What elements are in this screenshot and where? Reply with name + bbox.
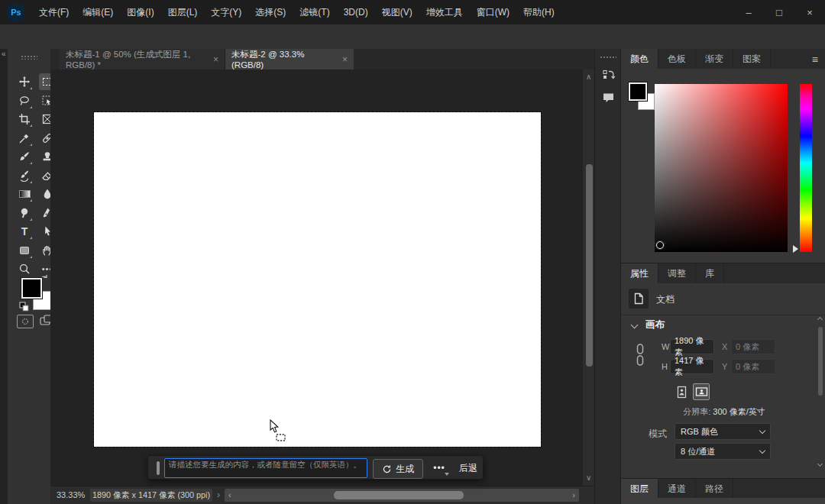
section-chevron-icon[interactable] [631, 321, 639, 329]
h-label: H [662, 362, 668, 371]
document-dimensions[interactable]: 1890 像素 x 1417 像素 (300 ppi) [90, 489, 212, 502]
generative-prompt-input[interactable] [164, 458, 367, 478]
menu-plugins[interactable]: 增效工具 [419, 6, 470, 19]
orientation-landscape-button[interactable] [693, 383, 710, 400]
scroll-up-icon[interactable] [817, 317, 823, 322]
color-field-marker[interactable] [656, 241, 664, 249]
link-dimensions-icon[interactable] [635, 343, 645, 370]
scroll-down-icon[interactable] [817, 461, 823, 467]
menu-filter[interactable]: 滤镜(T) [293, 6, 336, 19]
move-tool[interactable] [16, 73, 33, 90]
tab-adjustments[interactable]: 调整 [658, 263, 696, 283]
more-flyout-icon [445, 473, 449, 476]
zoom-level[interactable]: 33.33% [57, 490, 85, 499]
layers-panel-tabs: 图层 通道 路径 ≡ [621, 478, 825, 499]
scroll-left-icon[interactable]: ‹ [228, 490, 231, 499]
orientation-portrait-button[interactable] [673, 383, 690, 400]
vertical-scroll-thumb[interactable] [586, 164, 593, 367]
tab-swatches[interactable]: 色板 [658, 49, 696, 69]
canvas-viewport[interactable] [50, 69, 582, 486]
canvas-height-input[interactable]: 1417 像素 [670, 359, 714, 374]
canvas-horizontal-scrollbar[interactable]: ‹ › [225, 489, 579, 502]
eyedropper-tool[interactable] [16, 130, 33, 147]
taskbar-grip[interactable] [157, 461, 160, 475]
status-bar: 33.33% 1890 像素 x 1417 像素 (300 ppi) › ‹ › [50, 486, 594, 504]
generate-button[interactable]: 生成 [373, 459, 423, 479]
properties-scroll-thumb[interactable] [818, 327, 823, 396]
y-label: Y [722, 362, 727, 371]
taskbar-more-button[interactable]: ••• [428, 459, 451, 477]
panel-foreground-swatch[interactable] [629, 82, 647, 101]
hue-slider-marker[interactable] [793, 245, 798, 253]
tab-libraries[interactable]: 库 [696, 263, 724, 283]
menu-bar: 文件(F) 编辑(E) 图像(I) 图层(L) 文字(Y) 选择(S) 滤镜(T… [32, 0, 561, 24]
minimize-button[interactable]: – [733, 0, 764, 24]
menu-help[interactable]: 帮助(H) [516, 6, 561, 19]
close-button[interactable]: × [794, 0, 825, 24]
dodge-tool[interactable] [16, 205, 33, 221]
hue-slider[interactable] [800, 84, 812, 252]
contextual-taskbar: 生成 ••• 后退 [147, 455, 484, 480]
menu-edit[interactable]: 编辑(E) [76, 6, 120, 19]
crop-tool[interactable] [16, 111, 33, 128]
comments-panel-icon[interactable] [599, 89, 617, 107]
scroll-right-icon[interactable]: › [572, 490, 575, 499]
brush-tool[interactable] [16, 148, 33, 165]
tab-close-icon[interactable]: × [213, 54, 218, 65]
window-controls: – □ × [733, 0, 825, 24]
canvas-width-input[interactable]: 1890 像素 [670, 339, 714, 354]
tab-color[interactable]: 颜色 [621, 49, 658, 69]
canvas-with-selection[interactable] [94, 112, 541, 447]
collapse-dock-icon[interactable]: « [2, 50, 6, 58]
menu-file[interactable]: 文件(F) [32, 6, 76, 19]
document-properties-icon[interactable] [629, 289, 649, 309]
bit-depth-select[interactable]: 8 位/通道 [675, 443, 771, 460]
default-colors-icon[interactable] [19, 301, 29, 315]
color-field[interactable] [655, 84, 788, 252]
color-mode-select[interactable]: RGB 颜色 [675, 423, 771, 440]
tool-bar: T ••• [8, 49, 51, 504]
dock-grip[interactable] [600, 56, 616, 59]
maximize-button[interactable]: □ [764, 0, 794, 24]
history-brush-tool[interactable] [16, 167, 33, 184]
zoom-tool[interactable] [16, 260, 33, 277]
properties-scrollbar[interactable] [817, 318, 824, 467]
toolbar-grip[interactable] [21, 55, 37, 60]
menu-select[interactable]: 选择(S) [248, 6, 293, 19]
history-panel-icon[interactable] [599, 66, 617, 84]
canvas-vertical-scrollbar[interactable]: ∧ ∨ [582, 69, 595, 486]
tab-properties[interactable]: 属性 [621, 263, 658, 283]
menu-view[interactable]: 视图(V) [375, 6, 419, 19]
scroll-up-icon[interactable]: ∧ [586, 73, 591, 81]
menu-window[interactable]: 窗口(W) [470, 6, 516, 19]
resolution-label: 分辨率: [683, 407, 710, 416]
back-button[interactable]: 后退 [455, 459, 481, 477]
layers-panel-body [621, 498, 825, 504]
scroll-down-icon[interactable]: ∨ [586, 474, 591, 482]
left-edge-strip: « [0, 49, 8, 504]
gradient-tool[interactable] [16, 186, 33, 202]
tab-channels[interactable]: 通道 [658, 479, 696, 499]
menu-type[interactable]: 文字(Y) [204, 6, 248, 19]
canvas-y-input[interactable]: 0 像素 [731, 359, 775, 374]
canvas-x-input[interactable]: 0 像素 [731, 339, 775, 354]
document-tab-active[interactable]: 未标题-2 @ 33.3%(RGB/8) × [225, 49, 354, 69]
photoshop-logo: Ps [8, 4, 24, 21]
lasso-tool[interactable] [16, 92, 33, 109]
tab-gradients[interactable]: 渐变 [696, 49, 733, 69]
menu-3d[interactable]: 3D(D) [337, 7, 375, 18]
status-expand-icon[interactable]: › [217, 489, 220, 500]
tab-close-icon[interactable]: × [342, 54, 348, 65]
tab-paths[interactable]: 路径 [696, 479, 733, 499]
foreground-color-swatch[interactable] [21, 278, 42, 299]
panel-menu-icon[interactable]: ≡ [812, 53, 818, 66]
menu-image[interactable]: 图像(I) [120, 6, 160, 19]
document-tab-inactive[interactable]: 未标题-1 @ 50% (生成式图层 1, RGB/8) * × [60, 49, 225, 69]
menu-layer[interactable]: 图层(L) [161, 6, 205, 19]
horizontal-scroll-thumb[interactable] [334, 491, 464, 499]
tab-patterns[interactable]: 图案 [733, 49, 771, 69]
type-tool[interactable]: T [16, 223, 33, 240]
rectangle-tool[interactable] [16, 242, 33, 259]
tab-layers[interactable]: 图层 [621, 479, 658, 499]
quick-mask-icon[interactable] [17, 315, 34, 328]
